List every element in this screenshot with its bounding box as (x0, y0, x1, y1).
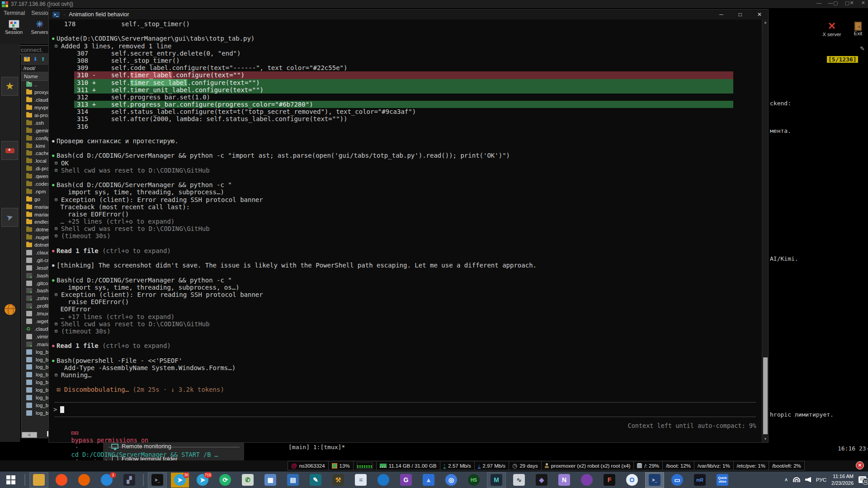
wifi-icon[interactable] (793, 477, 800, 482)
file-explorer-icon (33, 474, 45, 486)
brave-browser[interactable] (52, 473, 71, 488)
disk-icon (637, 463, 642, 468)
statusbar-close-button[interactable]: ✕ (856, 461, 864, 469)
audio-app[interactable]: ∿ (510, 473, 528, 488)
pencil-icon[interactable]: ✎ (860, 45, 865, 52)
tray-chevron-icon[interactable]: ∧ (784, 477, 788, 483)
phone-tool[interactable]: ✆ (239, 473, 257, 488)
terminal-line: … +25 lines (ctrl+o to expand) (49, 218, 761, 225)
minimize-icon[interactable]: — (816, 0, 821, 6)
clock[interactable]: 11:16 AM 2/23/2026 (831, 473, 854, 486)
calculator[interactable]: ▦ (261, 473, 279, 488)
horizontal-scrollbar[interactable]: < (22, 432, 37, 438)
mr-app[interactable]: mR (691, 473, 709, 488)
remote-desktop[interactable]: ▭ (668, 473, 686, 488)
x-server-icon: ✕ (819, 21, 844, 32)
desktop-window-buttons: — ▢ ✕ (816, 0, 854, 6)
window-titlebar[interactable]: >_ · Animation field behavior (49, 9, 768, 19)
exit-button[interactable]: Exit (849, 21, 867, 36)
audio-app-icon: ∿ (513, 474, 525, 486)
vertical-scrollbar[interactable]: ▲ ▼ (762, 19, 768, 442)
hs-app[interactable]: HS (465, 473, 483, 488)
telegram-alert[interactable]: ➤30 (171, 473, 189, 488)
sync-app[interactable]: ⟳ (216, 473, 234, 488)
folder-icon (26, 227, 32, 232)
globe-icon (5, 304, 15, 315)
teal-tool[interactable]: ✎ (307, 473, 325, 488)
system-tray: ∧ РУС 11:16 AM 2/23/2026 32 (784, 471, 866, 488)
cmd-terminal[interactable]: >_ (148, 473, 166, 488)
terminal-line (49, 335, 761, 342)
claude-code-window: >_ · Animation field behavior ─ □ ✕ 178 … (48, 9, 769, 443)
close-icon[interactable]: ✕ (849, 0, 854, 6)
file-icon (26, 364, 32, 370)
opera-browser[interactable]: O (623, 473, 641, 488)
download-icon[interactable]: ⬇ (33, 56, 38, 62)
terminal-line: 314 self.status_label.configure(text=t("… (49, 108, 761, 115)
mobaxterm[interactable]: M (487, 473, 505, 488)
windows-app[interactable]: ▤ (284, 473, 302, 488)
powershell[interactable]: >_ (646, 473, 664, 488)
scroll-up-icon[interactable]: ▲ (762, 19, 769, 26)
language-indicator[interactable]: РУС (816, 477, 826, 483)
session-button[interactable]: Session (3, 20, 25, 42)
ram-icon (380, 464, 387, 468)
servers-button[interactable]: ✳ Servers (28, 20, 51, 42)
messenger-app[interactable]: 2 (98, 473, 116, 488)
photos-app-icon: ▲ (423, 474, 434, 486)
close-icon[interactable]: ✕ (757, 11, 762, 18)
chevrons-icon: ⊟⊟ (71, 429, 79, 436)
pixel-app[interactable]: ▞ (120, 473, 138, 488)
figma[interactable]: F (600, 473, 618, 488)
phone-tool-icon: ✆ (242, 474, 254, 486)
scrollbar-thumb[interactable] (763, 357, 768, 434)
terminal-line: Traceback (most recent call last): (49, 203, 761, 211)
github-desktop-icon (581, 474, 593, 486)
start-button[interactable] (2, 473, 20, 488)
tmux-clock: 16:16 23-Feb (838, 445, 868, 452)
upload-icon[interactable]: ⬆ (41, 56, 45, 62)
obsidian[interactable]: ◆ (533, 473, 551, 488)
tools-button[interactable] (1, 141, 18, 160)
speaker-icon[interactable] (805, 477, 811, 483)
terminal-line: ●Bash(cd D:/CODING/ServerManager && pyth… (49, 181, 761, 188)
notion-app[interactable]: N (555, 473, 573, 488)
file-icon (26, 410, 32, 416)
chromium-browser[interactable]: ◎ (442, 473, 460, 488)
exit-door-icon (854, 22, 862, 31)
file-icon (26, 403, 32, 408)
prompt-line[interactable]: > (53, 406, 64, 413)
gdoc-app[interactable]: G (397, 473, 415, 488)
terminal-line: raise EOFError() (49, 298, 761, 305)
gdoc-app-icon: G (400, 474, 412, 486)
photos-app[interactable]: ▲ (420, 473, 438, 488)
favorites-button[interactable]: ★ (1, 77, 18, 96)
maximize-icon[interactable]: □ (739, 11, 742, 18)
github-desktop[interactable] (578, 473, 596, 488)
notifications-icon[interactable]: 32 (859, 476, 866, 483)
quick-utmo[interactable]: Quick utmo (713, 473, 731, 488)
folder-up-icon[interactable] (24, 57, 30, 61)
firefox-browser[interactable] (75, 473, 93, 488)
swirl-app[interactable] (374, 473, 392, 488)
folder-icon (26, 98, 32, 102)
teal-tool-icon: ✎ (310, 474, 321, 486)
maximize-icon[interactable]: ▢ (833, 0, 838, 6)
status-item: /boot/efi: 2% (769, 461, 805, 470)
notepad[interactable]: ≡ (352, 473, 370, 488)
network-button[interactable] (1, 300, 18, 319)
terminal-line: ⊟Shell cwd was reset to D:\CODING\GitHub (49, 225, 761, 232)
macros-button[interactable]: ➤ (1, 208, 18, 227)
file-explorer[interactable] (30, 473, 48, 488)
statusbar-items: @ns306332413%11.14 GB / 31.00 GB↑2.57 Mb… (288, 461, 805, 470)
scroll-down-icon[interactable]: ▼ (762, 436, 769, 442)
x-server-button[interactable]: ✕ X server (819, 21, 844, 37)
terminal-line (49, 145, 761, 152)
close-icon[interactable]: ✕ (861, 0, 865, 6)
firefox-browser-icon (78, 474, 90, 486)
telegram[interactable]: ➤715 (193, 473, 212, 488)
minimize-icon[interactable]: ─ (719, 11, 723, 18)
tools-app[interactable]: ⚒ (329, 473, 347, 488)
menu-terminal[interactable]: Terminal (4, 10, 25, 16)
permissions-mode[interactable]: bypass permissions on (71, 436, 149, 444)
